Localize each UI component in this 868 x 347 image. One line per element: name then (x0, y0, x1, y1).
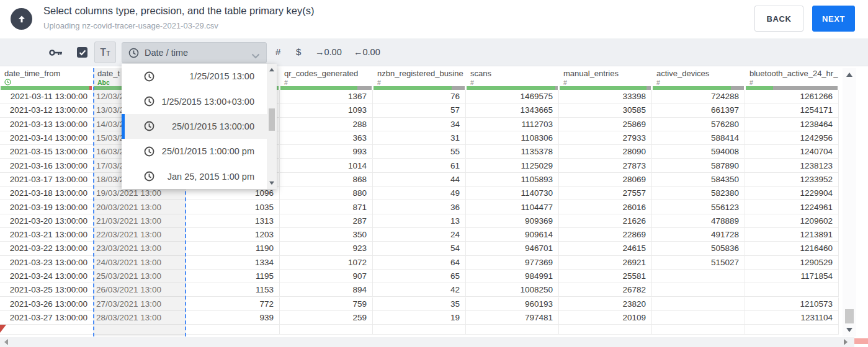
scroll-down-icon[interactable] (846, 328, 852, 332)
table-cell[interactable]: 1240704 (745, 145, 839, 158)
table-cell[interactable]: 288 (280, 118, 373, 131)
table-cell[interactable]: 26921 (559, 256, 652, 269)
table-cell[interactable]: 21/03/2021 13:00 (93, 214, 186, 227)
table-cell[interactable]: 49 (373, 187, 466, 200)
table-cell[interactable]: 2021-03-16 13:00:00 (0, 159, 93, 172)
table-cell[interactable] (652, 325, 745, 334)
currency-type-button[interactable]: $ (296, 46, 301, 57)
table-cell[interactable]: 28069 (559, 173, 652, 186)
table-cell[interactable]: 26782 (559, 283, 652, 296)
table-cell[interactable]: 759 (280, 297, 373, 310)
table-cell[interactable]: 772 (186, 297, 280, 310)
table-cell[interactable]: 33398 (559, 90, 652, 103)
table-cell[interactable]: 1125029 (466, 159, 559, 172)
table-cell[interactable]: 515027 (652, 256, 745, 269)
table-cell[interactable]: 1135378 (466, 145, 559, 158)
table-cell[interactable]: 54 (373, 242, 466, 255)
scroll-down-icon[interactable] (269, 182, 274, 185)
table-cell[interactable]: 42 (373, 283, 466, 296)
vertical-scrollbar-thumb[interactable] (845, 309, 854, 323)
table-cell[interactable]: 661397 (652, 103, 745, 116)
table-cell[interactable]: 13 (373, 214, 466, 227)
table-cell[interactable]: 1334 (186, 256, 280, 269)
table-cell[interactable]: 588414 (652, 131, 745, 144)
table-cell[interactable] (652, 283, 745, 296)
table-cell[interactable]: 576280 (652, 118, 745, 131)
table-cell[interactable]: 44 (373, 173, 466, 186)
table-cell[interactable]: 584350 (652, 173, 745, 186)
table-cell[interactable]: 909369 (466, 214, 559, 227)
dropdown-option[interactable]: Jan 25, 2015 1:00 pm (122, 164, 277, 189)
table-cell[interactable]: 26/03/2021 13:00 (93, 283, 186, 296)
table-cell[interactable]: 287 (280, 214, 373, 227)
table-cell[interactable]: 909614 (466, 228, 559, 241)
table-cell[interactable]: 20109 (559, 311, 652, 324)
table-cell[interactable] (652, 297, 745, 310)
table-cell[interactable]: 64 (373, 256, 466, 269)
text-type-button[interactable]: Tt (94, 42, 116, 63)
table-cell[interactable]: 55 (373, 145, 466, 158)
table-cell[interactable]: 1171854 (745, 270, 839, 283)
table-cell[interactable]: 871 (280, 200, 373, 213)
table-cell[interactable]: 1093 (280, 103, 373, 116)
table-cell[interactable]: 57 (373, 103, 466, 116)
table-cell[interactable]: 1190 (186, 242, 280, 255)
table-cell[interactable]: 1213891 (745, 228, 839, 241)
table-cell[interactable]: 2021-03-11 13:00:00 (0, 90, 93, 103)
table-cell[interactable] (466, 325, 559, 334)
table-cell[interactable]: 2021-03-13 13:00:00 (0, 118, 93, 131)
column-header-qr_codes_generated[interactable]: qr_codes_generated# (280, 68, 373, 86)
scroll-right-icon[interactable] (844, 339, 848, 345)
table-cell[interactable]: 363 (280, 131, 373, 144)
table-cell[interactable]: 1140730 (466, 187, 559, 200)
table-cell[interactable]: 28090 (559, 145, 652, 158)
table-cell[interactable]: 76 (373, 90, 466, 103)
table-cell[interactable]: 880 (280, 187, 373, 200)
table-cell[interactable]: 1261266 (745, 90, 839, 103)
table-cell[interactable]: 22869 (559, 228, 652, 241)
table-cell[interactable]: 1209602 (745, 214, 839, 227)
table-cell[interactable]: 1210573 (745, 297, 839, 310)
table-cell[interactable]: 25/03/2021 13:00 (93, 270, 186, 283)
table-cell[interactable]: 350 (280, 228, 373, 241)
table-cell[interactable]: 1203 (186, 228, 280, 241)
table-cell[interactable]: 1367 (280, 90, 373, 103)
table-cell[interactable]: 1290529 (745, 256, 839, 269)
table-cell[interactable]: 65 (373, 270, 466, 283)
table-cell[interactable]: 2021-03-21 13:00:00 (0, 228, 93, 241)
table-cell[interactable]: 2021-03-14 13:00:00 (0, 131, 93, 144)
table-cell[interactable]: 587890 (652, 159, 745, 172)
table-cell[interactable]: 868 (280, 173, 373, 186)
column-header-scans[interactable]: scans# (466, 68, 559, 86)
table-cell[interactable]: 960193 (466, 297, 559, 310)
table-cell[interactable]: 977369 (466, 256, 559, 269)
table-cell[interactable]: 1104477 (466, 200, 559, 213)
table-cell[interactable]: 1035 (186, 200, 280, 213)
table-cell[interactable]: 2021-03-26 13:00:00 (0, 297, 93, 310)
table-cell[interactable]: 1238123 (745, 159, 839, 172)
table-cell[interactable]: 2021-03-25 13:00:00 (0, 283, 93, 296)
table-cell[interactable]: 1313 (186, 214, 280, 227)
table-cell[interactable]: 28/03/2021 13:00 (93, 311, 186, 324)
table-horizontal-scrollbar[interactable] (0, 337, 854, 347)
table-cell[interactable]: 1008250 (466, 283, 559, 296)
table-cell[interactable]: 24 (373, 228, 466, 241)
table-cell[interactable]: 2021-03-24 13:00:00 (0, 270, 93, 283)
table-cell[interactable]: 2021-03-23 13:00:00 (0, 256, 93, 269)
table-vertical-scrollbar[interactable] (843, 68, 856, 336)
table-cell[interactable] (93, 325, 186, 334)
table-cell[interactable]: 582380 (652, 187, 745, 200)
table-cell[interactable] (186, 325, 280, 334)
table-cell[interactable] (652, 311, 745, 324)
table-cell[interactable]: 2021-03-12 13:00:00 (0, 103, 93, 116)
back-button[interactable]: BACK (754, 6, 803, 32)
table-cell[interactable]: 556123 (652, 200, 745, 213)
table-cell[interactable]: 20/03/2021 13:00 (93, 200, 186, 213)
scroll-up-icon[interactable] (846, 72, 852, 77)
primary-key-icon[interactable] (49, 48, 63, 60)
table-cell[interactable]: 31 (373, 131, 466, 144)
table-cell[interactable]: 505836 (652, 242, 745, 255)
table-cell[interactable]: 1195 (186, 270, 280, 283)
table-cell[interactable]: 993 (280, 145, 373, 158)
table-cell[interactable]: 2021-03-27 13:00:00 (0, 311, 93, 324)
